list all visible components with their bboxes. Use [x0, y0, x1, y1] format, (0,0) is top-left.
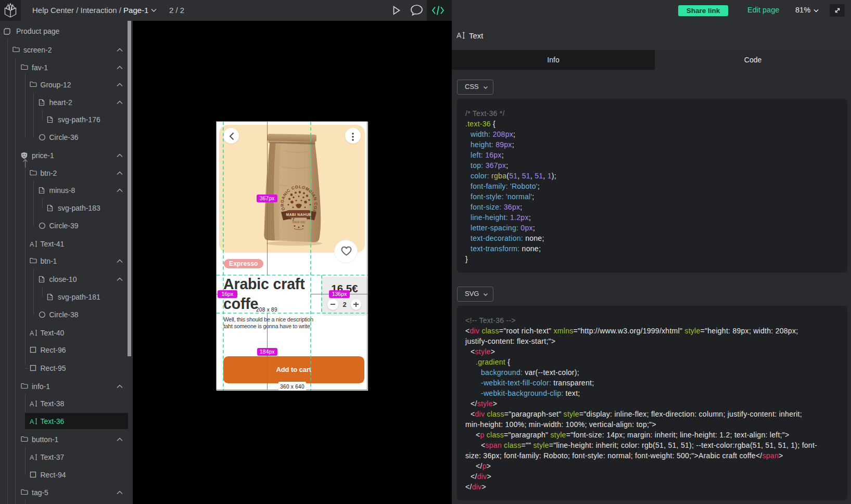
svg-text:A: A	[30, 330, 34, 337]
svg-text:A: A	[456, 31, 462, 40]
svg-text:A: A	[30, 418, 34, 425]
svg-text:A: A	[30, 454, 34, 461]
svg-text:A: A	[30, 400, 34, 408]
svg-text:A: A	[30, 241, 34, 248]
